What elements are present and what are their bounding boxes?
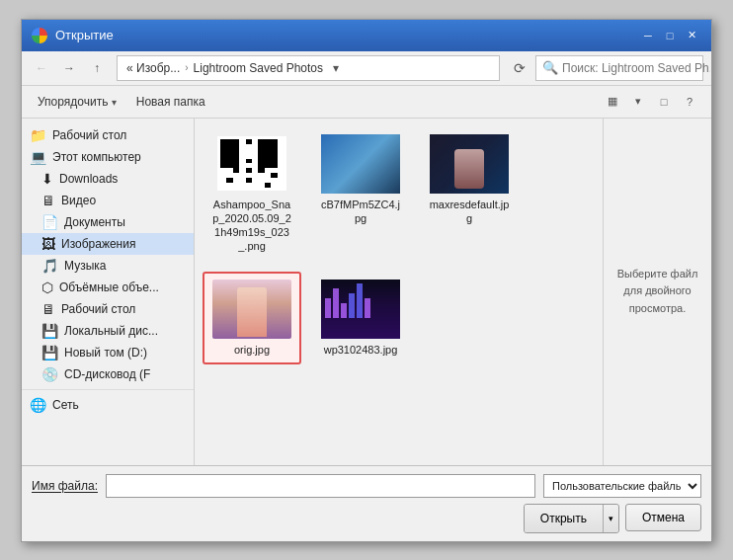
file-name-orig: orig.jpg (234, 343, 270, 357)
sidebar-item-3dobjects[interactable]: ⬡ Объёмные объе... (22, 277, 194, 298)
filetype-select[interactable]: Пользовательские файлы (*.jf (543, 474, 701, 498)
file-thumb-maxres (430, 134, 509, 194)
thumb-image-blue (321, 134, 400, 194)
close-button[interactable]: ✕ (682, 26, 701, 45)
newvolume-icon: 💾 (41, 345, 58, 360)
sidebar-label-desktop2: Рабочий стол (61, 302, 135, 316)
file-name-qr: Ashampoo_Snap_2020.05.09_21h49m19s_023_.… (210, 198, 293, 254)
breadcrumb[interactable]: « Изобр... › Lightroom Saved Photos ▾ (117, 55, 500, 81)
sidebar-label-network: Сеть (52, 398, 79, 412)
file-name-city: wp3102483.jpg (324, 343, 398, 357)
file-item-maxres[interactable]: maxresdefault.jpg (420, 126, 519, 262)
sidebar-item-local-disk[interactable]: 💾 Локальный дис... (22, 320, 194, 342)
documents-icon: 📄 (41, 214, 58, 230)
organize-button[interactable]: Упорядочить ▾ (32, 93, 122, 111)
file-item-blue[interactable]: cB7fMPm5ZC4.jpg (311, 126, 410, 262)
view-controls: ▦ ▾ □ ? (601, 90, 701, 114)
view-preview-button[interactable]: □ (652, 90, 676, 114)
open-dropdown-button[interactable]: ▾ (603, 505, 618, 532)
refresh-button[interactable]: ⟳ (508, 56, 531, 80)
sidebar-label-local-disk: Локальный дис... (64, 324, 158, 338)
organize-arrow-icon: ▾ (112, 97, 117, 108)
title-bar: Открытие ─ □ ✕ (22, 20, 711, 51)
downloads-icon: ⬇ (41, 171, 53, 187)
filename-input[interactable] (106, 474, 535, 498)
desktop-icon: 🖥 (41, 301, 55, 317)
file-item-qr[interactable]: Ashampoo_Snap_2020.05.09_21h49m19s_023_.… (203, 126, 301, 262)
open-button[interactable]: Открыть (525, 505, 603, 532)
sidebar-label-this-pc: Этот компьютер (52, 150, 141, 164)
view-dropdown-button[interactable]: ▾ (626, 90, 650, 114)
sidebar-item-new-volume[interactable]: 💾 Новый том (D:) (22, 342, 194, 363)
file-thumb-qr (212, 134, 291, 194)
action-bar-left: Упорядочить ▾ Новая папка (32, 93, 211, 111)
title-bar-left: Открытие (32, 28, 114, 43)
music-icon: 🎵 (41, 258, 58, 274)
up-button[interactable]: ↑ (85, 56, 109, 80)
sidebar-label-video: Видео (61, 194, 96, 207)
folder-icon: 📁 (30, 127, 46, 143)
sidebar-item-documents[interactable]: 📄 Документы (22, 211, 194, 233)
file-name-maxres: maxresdefault.jpg (428, 198, 511, 226)
preview-text: Выберите файл для двойного просмотра. (611, 266, 703, 318)
cd-icon: 💿 (41, 366, 58, 382)
sidebar-label-images: Изображения (61, 237, 135, 251)
main-area: 📁 Рабочий стол 💻 Этот компьютер ⬇ Downlo… (22, 119, 711, 465)
maximize-button[interactable]: □ (660, 26, 680, 45)
video-icon: 🖥 (41, 193, 55, 208)
preview-panel: Выберите файл для двойного просмотра. (603, 119, 711, 465)
sidebar-item-desktop1[interactable]: 📁 Рабочий стол (22, 124, 194, 146)
toolbar: ← → ↑ « Изобр... › Lightroom Saved Photo… (22, 51, 711, 86)
breadcrumb-separator: › (185, 62, 188, 73)
file-thumb-city (321, 280, 400, 339)
sidebar-label-downloads: Downloads (59, 172, 118, 186)
sidebar-label-3dobjects: Объёмные объе... (59, 280, 159, 294)
pc-icon: 💻 (30, 149, 46, 165)
file-item-orig[interactable]: orig.jpg (203, 272, 301, 364)
action-bar: Упорядочить ▾ Новая папка ▦ ▾ □ ? (22, 86, 711, 119)
help-button[interactable]: ? (678, 90, 701, 114)
dialog-title: Открытие (55, 28, 114, 42)
sidebar-item-video[interactable]: 🖥 Видео (22, 190, 194, 211)
minimize-button[interactable]: ─ (638, 26, 658, 45)
sidebar-item-desktop2[interactable]: 🖥 Рабочий стол (22, 298, 194, 320)
cancel-button[interactable]: Отмена (625, 504, 701, 531)
file-name-blue: cB7fMPm5ZC4.jpg (319, 198, 402, 226)
chrome-icon (32, 28, 47, 43)
sidebar-label-documents: Документы (64, 215, 125, 229)
content-area: Ashampoo_Snap_2020.05.09_21h49m19s_023_.… (195, 119, 711, 465)
file-thumb-blue (321, 134, 400, 194)
title-controls: ─ □ ✕ (638, 26, 701, 45)
sidebar-item-downloads[interactable]: ⬇ Downloads (22, 168, 194, 190)
button-row: Открыть ▾ Отмена (32, 504, 701, 533)
sidebar-item-network[interactable]: 🌐 Сеть (22, 394, 194, 416)
sidebar-label-new-volume: Новый том (D:) (64, 346, 147, 360)
new-folder-button[interactable]: Новая папка (130, 93, 211, 111)
view-icon-button[interactable]: ▦ (601, 90, 624, 114)
sidebar-item-music[interactable]: 🎵 Музыка (22, 255, 194, 277)
thumb-image-city (321, 280, 400, 339)
file-item-city[interactable]: wp3102483.jpg (311, 272, 410, 364)
images-icon: 🖼 (41, 236, 55, 252)
search-icon: 🔍 (542, 60, 558, 75)
breadcrumb-images[interactable]: « Изобр... (123, 61, 183, 75)
bottom-bar: Имя файла: Пользовательские файлы (*.jf … (22, 465, 711, 541)
open-dialog: Открытие ─ □ ✕ ← → ↑ « Изобр... › Lightr… (21, 19, 712, 542)
back-button[interactable]: ← (30, 56, 53, 80)
search-input[interactable] (562, 61, 710, 75)
sidebar-label-cd-drive: CD-дисковод (F (64, 367, 150, 381)
sidebar: 📁 Рабочий стол 💻 Этот компьютер ⬇ Downlo… (22, 119, 195, 465)
search-box[interactable]: 🔍 (535, 55, 703, 81)
sidebar-label-desktop1: Рабочий стол (52, 128, 126, 142)
sidebar-item-this-pc[interactable]: 💻 Этот компьютер (22, 146, 194, 168)
sidebar-divider (22, 389, 194, 390)
open-button-group: Открыть ▾ (524, 504, 619, 533)
forward-button[interactable]: → (57, 56, 81, 80)
3d-icon: ⬡ (41, 280, 53, 295)
breadcrumb-lightroom[interactable]: Lightroom Saved Photos (191, 61, 326, 75)
file-grid: Ashampoo_Snap_2020.05.09_21h49m19s_023_.… (195, 119, 603, 465)
file-thumb-orig (212, 280, 291, 339)
sidebar-item-cd-drive[interactable]: 💿 CD-дисковод (F (22, 363, 194, 385)
sidebar-item-images[interactable]: 🖼 Изображения (22, 233, 194, 255)
breadcrumb-dropdown-icon[interactable]: ▾ (328, 56, 344, 80)
